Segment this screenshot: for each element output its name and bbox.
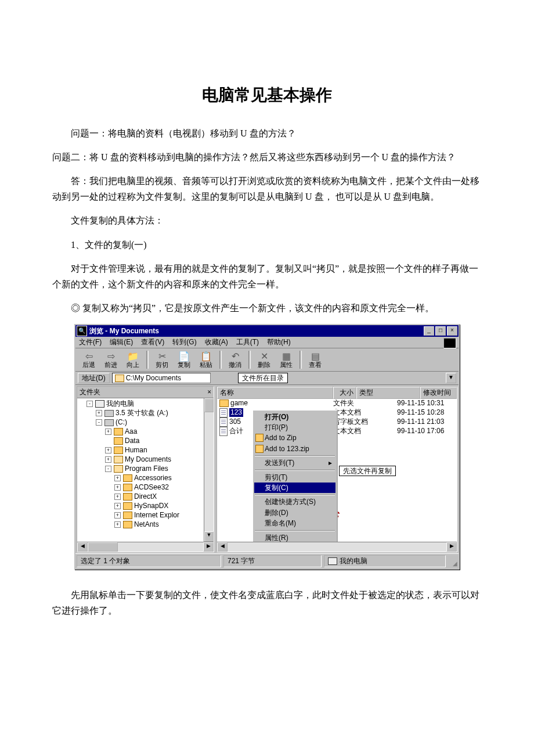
tree-node-directx[interactable]: +DirectX	[80, 492, 214, 502]
titlebar[interactable]: 🔍 浏览 - My Documents _ □ ×	[75, 325, 459, 337]
col-size[interactable]: 大小	[333, 387, 356, 398]
tree-node-accessories[interactable]: +Accessories	[80, 474, 214, 483]
ctx-open[interactable]: 打开(O)	[254, 412, 335, 422]
folder-icon	[123, 512, 132, 519]
computer-icon	[95, 400, 104, 408]
window-title: 浏览 - My Documents	[89, 327, 424, 335]
folder-tree-pane: 文件夹 × -我的电脑 +3.5 英寸软盘 (A:) -(C:) +Aaa Da…	[77, 386, 214, 552]
col-name[interactable]: 名称	[217, 387, 333, 398]
col-time[interactable]: 修改时间	[420, 387, 457, 398]
minimize-button[interactable]: _	[424, 326, 434, 336]
tree-close-button[interactable]: ×	[207, 388, 211, 396]
copy-button[interactable]: 📄复制	[174, 351, 194, 369]
tree-node-progfiles[interactable]: -Program Files	[80, 465, 214, 474]
menu-tools[interactable]: 工具(T)	[236, 338, 259, 346]
doc-title: 电脑常见基本操作	[52, 81, 482, 109]
tree-hscroll[interactable]: ◀▶	[77, 542, 214, 552]
folder-icon	[114, 437, 123, 445]
para-explain1: 对于文件管理来说，最有用的就是文件的复制了。复制又叫“拷贝”，就是按照一个文件的…	[52, 261, 482, 292]
para-step1: 1、文件的复制(一)	[52, 237, 482, 253]
ctx-delete[interactable]: 删除(D)	[254, 507, 335, 518]
throbber-icon	[443, 338, 456, 348]
menu-edit[interactable]: 编辑(E)	[110, 338, 133, 346]
view-button[interactable]: ▤查看	[305, 351, 325, 369]
tree-node-acdsee[interactable]: +ACDSee32	[80, 483, 214, 492]
folder-open-icon	[114, 465, 123, 473]
separator-icon	[300, 351, 302, 369]
tree-header: 文件夹 ×	[77, 387, 214, 398]
tree-title: 文件夹	[80, 388, 100, 396]
ctx-copy[interactable]: 复制(C)	[254, 483, 335, 493]
menu-file[interactable]: 文件(F)	[79, 338, 102, 346]
ctx-properties[interactable]: 属性(R)	[254, 532, 335, 542]
drive-icon	[104, 419, 114, 426]
status-location: 我的电脑	[324, 555, 446, 567]
maximize-button[interactable]: □	[435, 326, 446, 336]
up-button[interactable]: 📁向上	[123, 351, 143, 369]
delete-button[interactable]: ✕删除	[254, 351, 274, 369]
para-after: 先用鼠标单击一下要复制的文件，使文件名变成蓝底白字，此时文件处于被选定的状态，表…	[52, 587, 482, 618]
folder-icon	[123, 502, 132, 510]
folder-icon	[114, 447, 123, 454]
separator-icon	[248, 351, 251, 369]
toolbar: ⇦后退 ⇨前进 📁向上 ✂剪切 📄复制 📋粘贴 ↶撤消 ✕删除 ▦属性 ▤查看	[75, 348, 459, 372]
menu-favorites[interactable]: 收藏(A)	[205, 338, 228, 346]
tree-node-floppy[interactable]: +3.5 英寸软盘 (A:)	[80, 409, 214, 418]
address-label: 地址(D)	[78, 373, 110, 383]
tree-node-aaa[interactable]: +Aaa	[80, 427, 214, 437]
folder-tree[interactable]: -我的电脑 +3.5 英寸软盘 (A:) -(C:) +Aaa Data +Hu…	[77, 398, 214, 542]
tree-node-ie[interactable]: +Internet Explor	[80, 511, 214, 520]
menu-goto[interactable]: 转到(G)	[172, 338, 196, 346]
list-item[interactable]: game 文件夹99-11-15 10:31	[217, 399, 457, 408]
tree-node-human[interactable]: +Human	[80, 446, 214, 455]
tree-node-data[interactable]: Data	[80, 437, 214, 446]
address-dropdown-button[interactable]: ▼	[446, 373, 456, 383]
back-button[interactable]: ⇦后退	[79, 351, 99, 369]
address-path: C:\My Documents	[126, 374, 181, 382]
panes: 文件夹 × -我的电脑 +3.5 英寸软盘 (A:) -(C:) +Aaa Da…	[75, 385, 459, 553]
menu-view[interactable]: 查看(V)	[141, 338, 164, 346]
zip-icon	[255, 445, 264, 453]
forward-button[interactable]: ⇨前进	[101, 351, 121, 369]
folder-icon	[219, 399, 229, 407]
folder-icon	[114, 428, 123, 435]
ctx-sendto[interactable]: 发送到(T)▸	[254, 458, 335, 468]
ctx-rename[interactable]: 重命名(M)	[254, 518, 335, 528]
document-icon	[219, 417, 228, 427]
menubar: 文件(F) 编辑(E) 查看(V) 转到(G) 收藏(A) 工具(T) 帮助(H…	[75, 337, 459, 348]
file-list-pane: 名称 大小 类型 修改时间 game 文件夹99-11-15 10:31 123…	[217, 386, 457, 552]
address-callout: 文件所在目录	[238, 373, 288, 383]
ctx-cut[interactable]: 剪切(T)	[254, 472, 335, 483]
cut-button[interactable]: ✂剪切	[152, 351, 172, 369]
ctx-shortcut[interactable]: 创建快捷方式(S)	[254, 496, 335, 507]
tree-node-c[interactable]: -(C:)	[80, 418, 214, 427]
undo-button[interactable]: ↶撤消	[225, 351, 245, 369]
tree-node-netants[interactable]: +NetAnts	[80, 520, 214, 530]
ctx-print[interactable]: 打印(P)	[254, 422, 335, 433]
separator-icon	[146, 351, 149, 369]
tree-vscroll[interactable]: ▼	[204, 398, 214, 542]
address-combo[interactable]: C:\My Documents	[112, 373, 211, 383]
status-size: 721 字节	[223, 555, 322, 567]
resize-grip-icon[interactable]: ◢	[447, 554, 459, 568]
col-type[interactable]: 类型	[356, 387, 420, 398]
document-icon	[219, 427, 228, 436]
file-list[interactable]: game 文件夹99-11-15 10:31 123 文本文档99-11-15 …	[217, 399, 457, 542]
close-button[interactable]: ×	[447, 326, 457, 336]
paste-button[interactable]: 📋粘贴	[196, 351, 216, 369]
tree-node-mycomputer[interactable]: -我的电脑	[80, 399, 214, 409]
para-q2: 问题二：将 U 盘的资料移动到电脑的操作方法？然后又将这些东西移动到另一个 U …	[52, 149, 482, 165]
folder-icon	[123, 521, 132, 528]
ctx-addzip[interactable]: Add to Zip	[254, 433, 335, 443]
ctx-addzip2[interactable]: Add to 123.zip	[254, 444, 335, 454]
chevron-right-icon: ▸	[329, 459, 332, 467]
tree-node-mydocs[interactable]: +My Documents	[80, 455, 214, 465]
para-answer: 答：我们把电脑里的视频、音频等可以打开浏览或欣赏的资料统称为电脑文件，把某个文件…	[52, 173, 482, 204]
folder-open-icon	[114, 456, 123, 463]
list-hscroll[interactable]: ◀▶	[217, 542, 457, 552]
properties-button[interactable]: ▦属性	[276, 351, 296, 369]
computer-icon	[328, 557, 337, 565]
tree-node-hsnap[interactable]: +HySnapDX	[80, 502, 214, 511]
menu-help[interactable]: 帮助(H)	[267, 338, 291, 346]
statusbar: 选定了 1 个对象 721 字节 我的电脑 ◢	[75, 553, 459, 568]
